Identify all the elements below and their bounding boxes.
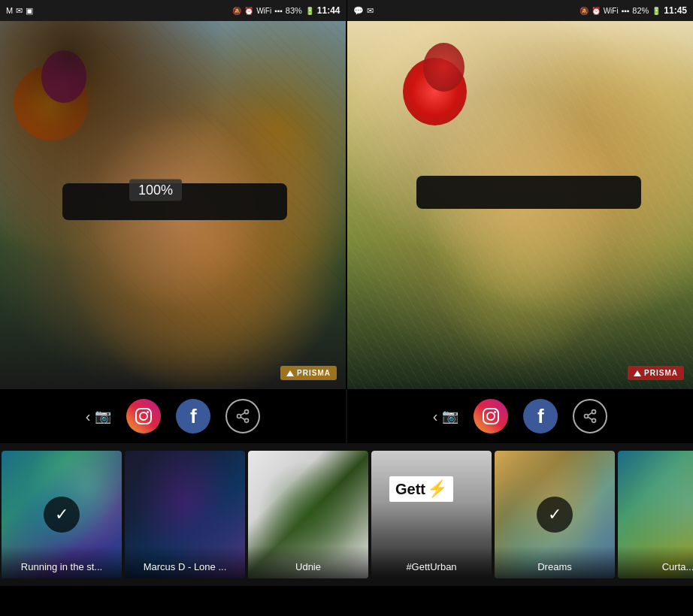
percent-badge: 100%: [129, 180, 182, 201]
alarm-icon: ⏰: [244, 7, 253, 15]
action-bar-right: ‹ 📷 f: [346, 389, 693, 443]
gmail-icon: M: [6, 6, 13, 15]
back-chevron-left[interactable]: ‹: [86, 408, 91, 425]
alarm-icon-r: ⏰: [592, 7, 601, 15]
battery-label: 83%: [286, 6, 302, 15]
prisma-watermark-right: PRISMA: [628, 366, 684, 380]
battery-icon: 🔋: [305, 7, 314, 15]
battery-label-r: 82%: [632, 6, 649, 15]
instagram-btn-right[interactable]: [474, 399, 508, 433]
battery-icon-r: 🔋: [652, 7, 661, 15]
mute-icon: 🔕: [232, 7, 241, 15]
filter-check-1: ✓: [44, 497, 80, 533]
back-chevron-right[interactable]: ‹: [433, 408, 438, 425]
triangle-icon-left: [286, 370, 294, 376]
camera-icon-right[interactable]: 📷: [442, 408, 458, 424]
filter-label-2: Marcus D - Lone ...: [125, 546, 245, 578]
prisma-watermark-left: PRISMA: [280, 366, 337, 380]
svg-line-14: [588, 412, 592, 415]
instagram-btn-left[interactable]: [126, 399, 161, 433]
share-btn-right[interactable]: [573, 399, 607, 433]
facebook-btn-right[interactable]: f: [523, 399, 558, 433]
filter-check-5: ✓: [537, 497, 573, 533]
wifi-icon-r: WiFi: [604, 7, 619, 15]
filter-item-5[interactable]: ✓ Dreams: [495, 451, 615, 578]
svg-point-2: [147, 411, 149, 413]
photo-panel-left: 100% PRISMA: [0, 21, 346, 389]
signal-icon-r: ▪▪▪: [622, 7, 630, 15]
face-right: [423, 102, 624, 316]
msg-icon: ✉: [16, 6, 23, 16]
instagram-icon-right: [482, 407, 500, 425]
action-bars: ‹ 📷 f ‹ 📷: [0, 389, 693, 443]
svg-rect-0: [136, 409, 151, 424]
email-icon: ✉: [367, 6, 374, 16]
svg-line-15: [588, 417, 592, 420]
filter-label-5: Dreams: [495, 546, 615, 578]
filter-item-4[interactable]: Gett ⚡ #GettUrban: [371, 451, 492, 578]
filter-label-6: Curta...: [618, 546, 693, 578]
signal-icon: ▪▪▪: [274, 7, 283, 15]
status-left-icons: M ✉ ▣: [6, 6, 33, 16]
triangle-icon-right: [634, 370, 641, 376]
check-icon-1: ✓: [55, 505, 68, 524]
status-right-icons-left: 🔕 ⏰ WiFi ▪▪▪ 83% 🔋 11:44: [232, 5, 340, 16]
status-bars: M ✉ ▣ 🔕 ⏰ WiFi ▪▪▪ 83% 🔋 11:44 💬 ✉ 🔕 ⏰ W…: [0, 0, 693, 21]
photo-icon: ▣: [26, 6, 33, 16]
action-bar-left: ‹ 📷 f: [0, 389, 346, 443]
svg-point-1: [140, 412, 147, 420]
filter-item-6[interactable]: Curta...: [618, 451, 693, 578]
share-icon-left: [235, 409, 250, 424]
mute-icon-r: 🔕: [580, 7, 589, 15]
check-icon-5: ✓: [548, 505, 561, 524]
svg-line-7: [241, 417, 245, 420]
sunglasses-right: [416, 176, 641, 209]
gett-text: Gett: [395, 481, 425, 498]
filter-item-1[interactable]: ✓ Running in the st...: [2, 451, 122, 578]
status-bar-left: M ✉ ▣ 🔕 ⏰ WiFi ▪▪▪ 83% 🔋 11:44: [0, 0, 346, 21]
gett-person-icon: ⚡: [427, 479, 447, 499]
messenger-icon: 💬: [353, 6, 364, 16]
photo-panel-right: PRISMA: [346, 21, 693, 389]
time-left: 11:44: [317, 5, 340, 16]
share-icon-right: [583, 409, 598, 424]
status-right-right-icons: 🔕 ⏰ WiFi ▪▪▪ 82% 🔋 11:45: [580, 5, 687, 16]
back-camera-right[interactable]: ‹ 📷: [433, 408, 459, 425]
filter-label-1: Running in the st...: [2, 546, 122, 578]
instagram-icon-left: [135, 407, 153, 425]
status-right-left-icons: 💬 ✉: [353, 6, 374, 16]
facebook-icon-left: f: [190, 405, 197, 428]
svg-rect-8: [483, 409, 498, 424]
time-right: 11:45: [664, 5, 687, 16]
svg-point-10: [494, 411, 496, 413]
svg-point-9: [487, 412, 495, 420]
filter-strip: ✓ Running in the st... Marcus D - Lone .…: [0, 443, 693, 586]
share-btn-left[interactable]: [225, 399, 260, 433]
photos-row: 100% PRISMA PRISMA: [0, 21, 693, 389]
svg-line-6: [241, 412, 245, 415]
filter-item-2[interactable]: Marcus D - Lone ...: [125, 451, 245, 578]
status-bar-right: 💬 ✉ 🔕 ⏰ WiFi ▪▪▪ 82% 🔋 11:45: [346, 0, 694, 21]
wifi-icon: WiFi: [256, 7, 271, 15]
facebook-btn-left[interactable]: f: [176, 399, 210, 433]
facebook-icon-right: f: [537, 405, 544, 428]
filter-item-3[interactable]: Udnie: [248, 451, 368, 578]
filter-label-4: #GettUrban: [371, 546, 492, 578]
camera-icon-left[interactable]: 📷: [95, 408, 111, 424]
filter-label-3: Udnie: [248, 546, 368, 578]
gett-label: Gett ⚡: [389, 476, 453, 502]
back-camera-left[interactable]: ‹ 📷: [86, 408, 112, 425]
